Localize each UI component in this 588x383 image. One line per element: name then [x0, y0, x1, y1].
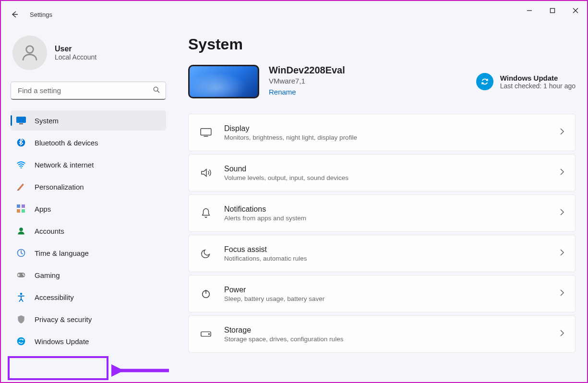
user-name: User: [55, 45, 96, 53]
card-title: Sound: [224, 165, 560, 173]
card-sound[interactable]: SoundVolume levels, output, input, sound…: [188, 154, 576, 192]
chevron-right-icon: [560, 168, 564, 178]
update-title: Windows Update: [500, 74, 576, 82]
svg-point-6: [154, 87, 158, 91]
storage-icon: [199, 331, 213, 337]
card-title: Focus assist: [224, 245, 560, 254]
chevron-right-icon: [560, 128, 564, 137]
bell-icon: [199, 207, 213, 219]
wifi-icon: [16, 160, 26, 169]
nav-label: Time & language: [35, 249, 89, 257]
user-subtitle: Local Account: [55, 53, 96, 61]
svg-rect-15: [22, 209, 25, 213]
card-subtitle: Volume levels, output, input, sound devi…: [224, 174, 560, 181]
card-title: Storage: [224, 326, 560, 335]
nav-label: Personalization: [35, 183, 84, 191]
card-display[interactable]: DisplayMonitors, brightness, night light…: [188, 114, 576, 151]
svg-point-16: [19, 227, 23, 231]
update-subtitle: Last checked: 1 hour ago: [500, 82, 576, 90]
sound-icon: [199, 168, 213, 178]
svg-rect-14: [17, 209, 20, 213]
maximize-button[interactable]: [541, 1, 564, 20]
update-block[interactable]: Windows Update Last checked: 1 hour ago: [476, 73, 576, 90]
chevron-right-icon: [560, 249, 564, 258]
accessibility-icon: [16, 292, 26, 302]
card-focus-assist[interactable]: Focus assistNotifications, automatic rul…: [188, 235, 576, 272]
nav-item-privacy[interactable]: Privacy & security: [11, 309, 166, 329]
moon-icon: [199, 248, 213, 259]
nav-item-bluetooth[interactable]: Bluetooth & devices: [11, 132, 166, 153]
nav-item-network[interactable]: Network & internet: [11, 155, 166, 175]
card-subtitle: Alerts from apps and system: [224, 215, 560, 222]
card-subtitle: Notifications, automatic rules: [224, 255, 560, 262]
svg-point-28: [209, 334, 210, 335]
search-icon: [153, 86, 160, 96]
shield-icon: [16, 314, 26, 324]
device-model: VMware7,1: [269, 77, 345, 85]
close-button[interactable]: [564, 1, 587, 20]
search-container: [11, 82, 166, 100]
svg-point-10: [17, 139, 25, 147]
svg-point-19: [23, 274, 24, 275]
svg-point-5: [26, 46, 34, 53]
svg-rect-8: [16, 117, 26, 123]
minimize-button[interactable]: [518, 1, 541, 20]
power-icon: [199, 288, 213, 299]
svg-line-7: [157, 91, 159, 93]
svg-point-11: [21, 167, 22, 168]
system-icon: [16, 116, 26, 125]
card-power[interactable]: PowerSleep, battery usage, battery saver: [188, 275, 576, 312]
person-icon: [16, 226, 26, 236]
svg-rect-13: [22, 204, 25, 208]
bluetooth-icon: [16, 138, 26, 147]
clock-globe-icon: [16, 248, 26, 258]
nav-item-personalization[interactable]: Personalization: [11, 177, 166, 197]
main-content: System WinDev2208Eval VMware7,1 Rename W…: [174, 28, 587, 382]
card-title: Power: [224, 286, 560, 294]
card-title: Display: [224, 124, 560, 133]
search-input[interactable]: [11, 82, 166, 100]
svg-rect-1: [551, 9, 555, 13]
svg-point-22: [17, 337, 25, 346]
nav-item-time[interactable]: Time & language: [11, 243, 166, 263]
nav-item-gaming[interactable]: Gaming: [11, 265, 166, 285]
settings-list: DisplayMonitors, brightness, night light…: [188, 114, 576, 353]
card-storage[interactable]: StorageStorage space, drives, configurat…: [188, 315, 576, 353]
app-title: Settings: [30, 11, 52, 18]
user-block[interactable]: User Local Account: [11, 36, 166, 70]
svg-rect-9: [19, 123, 23, 124]
sidebar: User Local Account System Bluetooth & de…: [1, 28, 174, 382]
nav-label: Network & internet: [35, 161, 94, 169]
svg-rect-23: [201, 129, 211, 135]
card-subtitle: Sleep, battery usage, battery saver: [224, 295, 560, 302]
nav-label: Apps: [35, 205, 51, 213]
nav-item-accessibility[interactable]: Accessibility: [11, 287, 166, 307]
card-notifications[interactable]: NotificationsAlerts from apps and system: [188, 194, 576, 232]
nav-label: System: [35, 117, 59, 125]
gamepad-icon: [16, 270, 26, 280]
nav-label: Accessibility: [35, 293, 74, 301]
display-icon: [199, 128, 213, 137]
device-name: WinDev2208Eval: [269, 65, 345, 76]
brush-icon: [16, 182, 26, 192]
card-subtitle: Storage space, drives, configuration rul…: [224, 335, 560, 343]
nav-label: Privacy & security: [35, 315, 92, 323]
svg-point-20: [24, 275, 25, 276]
update-sync-icon: [476, 73, 493, 90]
nav-item-accounts[interactable]: Accounts: [11, 221, 166, 241]
nav-item-apps[interactable]: Apps: [11, 199, 166, 219]
apps-icon: [16, 204, 26, 214]
nav-label: Windows Update: [35, 337, 89, 346]
nav-label: Bluetooth & devices: [35, 139, 98, 147]
nav-label: Accounts: [35, 227, 64, 235]
rename-link[interactable]: Rename: [269, 88, 296, 96]
chevron-right-icon: [560, 208, 564, 218]
nav-label: Gaming: [35, 271, 60, 279]
device-thumbnail[interactable]: [188, 65, 259, 98]
nav-item-system[interactable]: System: [11, 110, 166, 131]
back-button[interactable]: [5, 5, 24, 24]
nav-item-windows-update[interactable]: Windows Update: [11, 331, 166, 351]
window-controls: [518, 1, 587, 20]
update-icon: [16, 336, 26, 346]
chevron-right-icon: [560, 329, 564, 339]
